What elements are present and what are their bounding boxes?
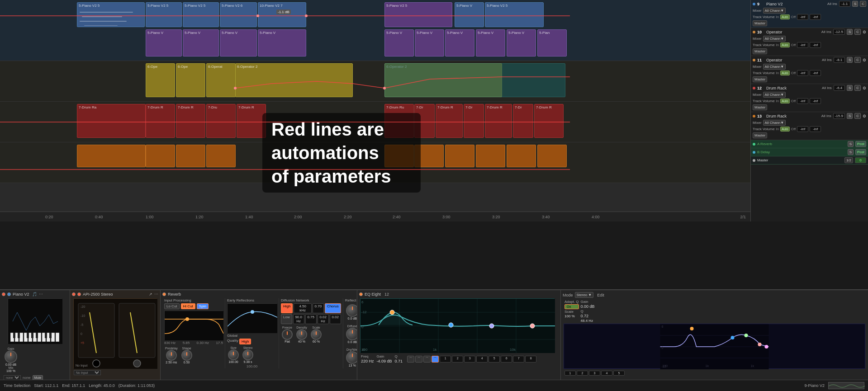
reverb-scale-knob[interactable] xyxy=(311,329,322,340)
reverb-spin-btn[interactable]: Spin xyxy=(197,303,209,309)
clip-drum-12[interactable]: 7-Drum R xyxy=(534,104,564,138)
reverb-power-btn[interactable] xyxy=(162,292,166,296)
clip-drum-10[interactable]: 7-Drum R xyxy=(485,104,512,138)
eq-band-filter-4[interactable]: ⌒ xyxy=(432,356,439,363)
reverb-predelay-knob[interactable] xyxy=(166,350,177,361)
reverb-diffuse-knob[interactable] xyxy=(346,328,357,340)
track-12-c-btn[interactable]: C xyxy=(854,85,861,91)
clip-piano-v2-purple-10[interactable]: 5-Pian xyxy=(537,29,567,57)
track-13-output[interactable]: Master xyxy=(753,132,767,138)
clip-drum-6[interactable]: 7-Drum Ru xyxy=(384,104,414,138)
track-11-routing[interactable]: All Ins xyxy=(822,58,832,62)
clip-piano-v2-purple-1[interactable]: 5-Piano V xyxy=(146,29,182,57)
clip-op-teal[interactable] xyxy=(384,63,565,97)
track-10-auto[interactable]: Auto xyxy=(780,42,789,47)
piano-v2-power-btn[interactable] xyxy=(2,292,5,296)
reverb-chorus-btn[interactable]: Chorus xyxy=(325,303,341,313)
clip-drum-1[interactable]: 7-Drum Ra xyxy=(77,104,146,138)
track-11-channel-drop[interactable]: All Chann▼ xyxy=(763,64,786,70)
clip-dr2-8[interactable] xyxy=(476,145,505,167)
reverb-shape-knob[interactable] xyxy=(181,350,192,361)
clip-drum-9[interactable]: 7-Dr xyxy=(464,104,484,138)
clip-dr2-3[interactable] xyxy=(176,145,205,167)
reverb-freeze-knob[interactable] xyxy=(282,329,293,340)
track-12-channel-drop[interactable]: All Chann▼ xyxy=(763,92,786,98)
clip-drum-8[interactable]: 7-Drum R xyxy=(436,104,463,138)
clip-piano-v2-purple-8[interactable]: 5-Piano V xyxy=(476,29,505,57)
clip-piano-v2-6[interactable]: 5-Piano V2 5 xyxy=(384,2,452,27)
track-9-output[interactable]: Master xyxy=(753,20,767,26)
track-10-c-btn[interactable]: C xyxy=(854,29,861,35)
piano-v2-gain-knob[interactable] xyxy=(5,350,17,363)
clip-piano-v2-purple-6[interactable]: 5-Piano V xyxy=(415,29,444,57)
clip-dr2-2[interactable] xyxy=(146,145,175,167)
track-9-s-btn[interactable]: S xyxy=(852,1,858,7)
reverb-locut-btn[interactable]: Lo Cut xyxy=(164,303,180,309)
clip-piano-v2-purple-5[interactable]: 5-Piano V xyxy=(384,29,414,57)
clip-piano-v2-purple-9[interactable]: 5-Piano V xyxy=(507,29,536,57)
clip-dr2-10[interactable] xyxy=(537,145,567,167)
piano-v2-mute-btn[interactable]: Mute xyxy=(33,375,43,380)
track-11-s-btn[interactable]: S xyxy=(847,57,853,63)
clip-piano-v2-7[interactable]: 5-Piano V xyxy=(455,2,484,27)
clip-dr2-7[interactable] xyxy=(445,145,474,167)
clip-piano-v2-purple-7[interactable]: 5-Piano V xyxy=(445,29,474,57)
send-b-s-btn[interactable]: S xyxy=(848,149,854,155)
track-13-s-btn[interactable]: S xyxy=(847,113,853,119)
right-eq-on-btn[interactable]: On xyxy=(564,304,579,309)
clip-drum-3[interactable]: 7-Drum R xyxy=(176,104,205,138)
clip-dr2-5[interactable] xyxy=(384,145,414,167)
clip-piano-v2-5[interactable]: 10-Piano V2 7 -1.1 dB xyxy=(258,2,306,27)
send-a-s-btn[interactable]: S xyxy=(848,141,854,147)
clip-dr2-4[interactable] xyxy=(206,145,236,167)
track-11-auto[interactable]: Auto xyxy=(780,71,789,75)
reverb-diff-high-btn[interactable]: High xyxy=(281,303,293,313)
clip-piano-v2-2[interactable]: 5-Piano V2 5 xyxy=(146,2,182,27)
reverb-hicut-btn[interactable]: Hi Cut xyxy=(181,303,195,309)
send-b-post-btn[interactable]: Post xyxy=(855,149,866,155)
clip-piano-v2-4[interactable]: 5-Piano V2 6 xyxy=(220,2,257,27)
track-9-routing[interactable]: All Ins xyxy=(827,2,837,6)
track-9-auto[interactable]: Auto xyxy=(780,14,789,19)
api-2500-settings-icon[interactable]: ⋯ xyxy=(154,292,158,297)
clip-dr2-6[interactable] xyxy=(414,145,444,167)
reverb-stereo-knob[interactable] xyxy=(242,349,253,360)
track-10-channel-drop[interactable]: All Chann▼ xyxy=(763,36,786,42)
clip-drum-2[interactable]: 7-Drum R xyxy=(146,104,175,138)
clip-piano-v2-1[interactable]: 5-Piano V2 5 xyxy=(77,2,145,27)
reverb-diff-low-btn[interactable]: Low xyxy=(281,314,292,324)
clip-op-4[interactable]: 6-Operator 2 xyxy=(235,63,353,97)
reverb-reflect-knob[interactable] xyxy=(346,304,357,317)
track-12-auto[interactable]: Auto xyxy=(780,99,789,104)
track-11-c-btn[interactable]: C xyxy=(854,57,861,63)
track-12-output[interactable]: Master xyxy=(753,104,767,110)
track-12-routing[interactable]: All Ins xyxy=(822,86,832,90)
reverb-size-knob[interactable] xyxy=(228,349,239,360)
eq-band-filter-2[interactable]: ⌒ xyxy=(415,356,422,363)
clip-drum-7[interactable]: 7-Dr xyxy=(414,104,435,138)
right-eq-mode-drop[interactable]: Stereo ▼ xyxy=(575,292,594,298)
track-10-routing[interactable]: All Ins xyxy=(821,30,831,34)
reverb-density-knob[interactable] xyxy=(296,329,307,340)
api-2500-expand-icon[interactable]: ↗ xyxy=(149,292,152,297)
piano-v2-settings-icon[interactable]: ⋯ xyxy=(39,292,43,297)
eq-eight-power-btn[interactable] xyxy=(359,292,363,296)
eq-band-filter-3[interactable]: ⌒ xyxy=(423,356,431,363)
track-10-output[interactable]: Master xyxy=(753,48,767,54)
clip-op-1[interactable]: 6-Ope xyxy=(146,63,175,97)
clip-drum-5[interactable]: 7-Drum R xyxy=(237,104,266,138)
send-a-post-btn[interactable]: Post xyxy=(855,141,866,147)
track-10-s-btn[interactable]: S xyxy=(847,29,853,35)
clip-piano-v2-3[interactable]: 5-Piano V2 5 xyxy=(183,2,219,27)
clip-piano-v2-purple-3[interactable]: 5-Piano V xyxy=(220,29,257,57)
track-13-channel-drop[interactable]: All Chann▼ xyxy=(763,120,786,126)
reverb-high-btn[interactable]: High xyxy=(239,339,251,344)
track-11-output[interactable]: Master xyxy=(753,76,767,82)
track-13-routing[interactable]: All Ins xyxy=(821,114,831,118)
api-2500-power-btn[interactable] xyxy=(72,292,76,296)
clip-op-2[interactable]: 6-Ope xyxy=(176,63,205,97)
track-12-s-btn[interactable]: S xyxy=(847,85,853,91)
clip-piano-v2-8[interactable]: 5-Piano V2 5 xyxy=(485,2,544,27)
clip-drum-11[interactable]: 7-Dr xyxy=(513,104,533,138)
reverb-drywet-knob[interactable] xyxy=(346,351,357,364)
